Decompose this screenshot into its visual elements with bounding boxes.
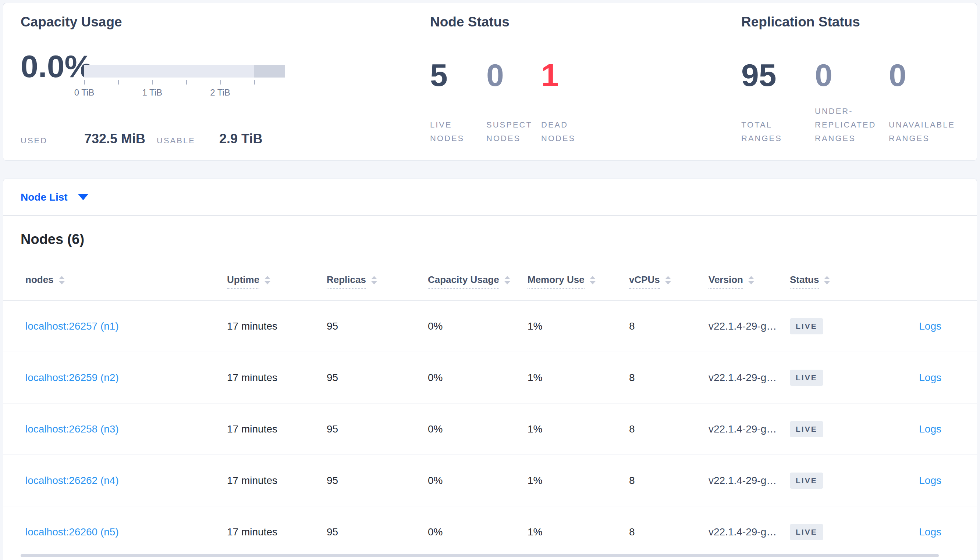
unavailable-ranges-count: 0 — [889, 59, 980, 91]
axis-tick — [254, 80, 255, 85]
axis-tick — [152, 80, 153, 85]
total-ranges-label: TOTAL RANGES — [741, 118, 815, 145]
sort-icon — [504, 276, 510, 284]
logs-link[interactable]: Logs — [919, 475, 942, 486]
node-link[interactable]: localhost:26260 (n5) — [25, 526, 119, 538]
column-header-nodes[interactable]: nodes — [25, 273, 227, 300]
status-badge: LIVE — [790, 421, 823, 437]
dead-nodes-count: 1 — [541, 59, 600, 91]
node-link[interactable]: localhost:26257 (n1) — [25, 320, 119, 332]
capacity-used-usable-stats: USED 732.5 MiB USABLE 2.9 TiB — [21, 131, 262, 147]
capacity-bar-track — [84, 65, 285, 78]
vcpus-cell: 8 — [629, 372, 709, 383]
replicas-cell: 95 — [327, 372, 428, 383]
suspect-nodes-label: SUSPECT NODES — [486, 118, 541, 145]
sort-icon — [590, 276, 595, 284]
table-row: localhost:26262 (n4) 17 minutes 95 0% 1%… — [3, 455, 977, 507]
axis-label: 2 TiB — [210, 87, 230, 98]
node-link[interactable]: localhost:26259 (n2) — [25, 372, 119, 383]
node-list-dropdown-label: Node List — [21, 192, 68, 203]
sort-icon — [59, 276, 65, 284]
capacity-cell: 0% — [428, 475, 527, 487]
logs-link[interactable]: Logs — [919, 372, 942, 383]
axis-tick — [118, 80, 119, 85]
sort-icon — [824, 276, 830, 284]
status-badge: LIVE — [790, 318, 823, 334]
node-list-dropdown[interactable]: Node List — [21, 192, 88, 203]
under-replicated-ranges-label: UNDER-REPLICATED RANGES — [815, 104, 889, 145]
vcpus-cell: 8 — [629, 475, 709, 487]
axis-tick — [84, 80, 85, 85]
version-cell: v22.1.4-29-g… — [709, 372, 790, 383]
horizontal-scrollbar[interactable] — [21, 554, 939, 557]
uptime-cell: 17 minutes — [227, 526, 327, 538]
capacity-cell: 0% — [428, 423, 527, 435]
replicas-cell: 95 — [327, 320, 428, 332]
unavailable-ranges-label: UNAVAILABLE RANGES — [889, 118, 980, 145]
caret-down-icon — [78, 194, 88, 200]
usable-value: 2.9 TiB — [219, 131, 262, 147]
node-list-card: Node List Nodes (6) nodes Uptime Replica… — [3, 178, 977, 560]
node-link[interactable]: localhost:26258 (n3) — [25, 423, 119, 435]
capacity-bar-reserved-segment — [254, 65, 285, 78]
column-header-capacity-usage[interactable]: Capacity Usage — [428, 273, 527, 300]
column-header-version[interactable]: Version — [709, 273, 790, 300]
capacity-cell: 0% — [428, 526, 527, 538]
version-cell: v22.1.4-29-g… — [709, 475, 790, 487]
replication-labels: TOTAL RANGES UNDER-REPLICATED RANGES UNA… — [741, 105, 980, 145]
sort-icon — [371, 276, 377, 284]
nodes-section-title: Nodes (6) — [21, 231, 977, 247]
memory-cell: 1% — [527, 423, 629, 435]
column-header-uptime[interactable]: Uptime — [227, 273, 327, 300]
live-nodes-count: 5 — [430, 59, 486, 91]
column-header-memory-use[interactable]: Memory Use — [527, 273, 629, 300]
axis-label: 1 TiB — [142, 87, 162, 98]
uptime-cell: 17 minutes — [227, 320, 327, 332]
vcpus-cell: 8 — [629, 526, 709, 538]
column-header-vcpus[interactable]: vCPUs — [629, 273, 709, 300]
used-value: 732.5 MiB — [84, 131, 157, 147]
replicas-cell: 95 — [327, 423, 428, 435]
sort-icon — [264, 276, 270, 284]
replication-status-title: Replication Status — [741, 14, 860, 30]
status-badge: LIVE — [790, 473, 823, 489]
table-row: localhost:26260 (n5) 17 minutes 95 0% 1%… — [3, 507, 977, 558]
capacity-usage-bar-chart: 0 TiB 1 TiB 2 TiB — [84, 65, 285, 98]
logs-link[interactable]: Logs — [919, 320, 942, 332]
capacity-axis-labels: 0 TiB 1 TiB 2 TiB — [84, 87, 285, 98]
node-status-title: Node Status — [430, 14, 510, 30]
live-nodes-label: LIVE NODES — [430, 118, 486, 145]
memory-cell: 1% — [527, 372, 629, 383]
nodes-table-header: nodes Uptime Replicas Capacity Usage Mem… — [3, 273, 977, 301]
cluster-overview-card: Capacity Usage 0.0% 0 TiB 1 TiB 2 TiB US… — [3, 3, 977, 161]
suspect-nodes-count: 0 — [486, 59, 541, 91]
table-row: localhost:26259 (n2) 17 minutes 95 0% 1%… — [3, 352, 977, 403]
under-replicated-ranges-count: 0 — [815, 59, 889, 91]
version-cell: v22.1.4-29-g… — [709, 423, 790, 435]
capacity-cell: 0% — [428, 372, 527, 383]
node-status-labels: LIVE NODES SUSPECT NODES DEAD NODES — [430, 105, 600, 145]
uptime-cell: 17 minutes — [227, 372, 327, 383]
capacity-cell: 0% — [428, 320, 527, 332]
nodes-section: Nodes (6) nodes Uptime Replicas Capacity… — [3, 216, 977, 557]
table-row: localhost:26258 (n3) 17 minutes 95 0% 1%… — [3, 403, 977, 455]
capacity-axis-ticks — [84, 80, 285, 85]
column-header-replicas[interactable]: Replicas — [327, 273, 428, 300]
total-ranges-count: 95 — [741, 59, 815, 91]
replicas-cell: 95 — [327, 475, 428, 487]
usable-label: USABLE — [157, 134, 219, 147]
dead-nodes-label: DEAD NODES — [541, 118, 600, 145]
uptime-cell: 17 minutes — [227, 423, 327, 435]
logs-link[interactable]: Logs — [919, 526, 942, 538]
column-header-status[interactable]: Status — [790, 273, 863, 300]
capacity-usage-title: Capacity Usage — [21, 14, 122, 30]
version-cell: v22.1.4-29-g… — [709, 320, 790, 332]
used-label: USED — [21, 134, 84, 147]
axis-tick — [220, 80, 221, 85]
replicas-cell: 95 — [327, 526, 428, 538]
logs-link[interactable]: Logs — [919, 423, 942, 435]
node-link[interactable]: localhost:26262 (n4) — [25, 475, 119, 486]
sort-icon — [748, 276, 754, 284]
status-badge: LIVE — [790, 370, 823, 386]
replication-metrics: 95 0 0 — [741, 59, 980, 91]
